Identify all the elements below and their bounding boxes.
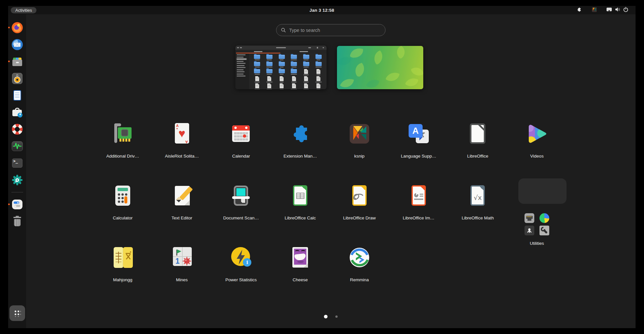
page-dot-1[interactable] [324,315,328,318]
file-manager-folder [275,54,288,62]
app-label: Language Supp… [401,154,436,159]
ubuntu-software-icon [11,106,23,118]
app-calendar[interactable]: Calendar [212,122,271,184]
clock[interactable]: Jan 3 12:58 [8,8,636,13]
file-manager-document [275,76,288,83]
file-manager-document [312,69,325,76]
app-utilities-folder[interactable]: Utilities [507,184,567,246]
disks-wrench-icon [539,226,549,235]
dock-libreoffice-writer[interactable] [11,89,23,102]
files-sidebar-row [237,57,244,58]
dock-settings[interactable] [11,198,23,211]
dock-software-updates[interactable] [11,174,23,186]
page-indicator [26,315,636,318]
files-sidebar-row [237,76,245,77]
dock-rhythmbox[interactable] [11,72,23,85]
calculator-icon [111,184,134,207]
libreoffice-calc-icon [288,184,312,207]
app-ksnip[interactable]: ksnip [330,122,389,184]
help-icon [11,123,23,135]
files-window-headerbar [235,46,327,50]
dock-ubuntu-software[interactable] [11,106,23,118]
file-manager-folder [300,62,313,69]
dock-divider [11,192,23,192]
app-label: Text Editor [172,216,192,220]
search-bar[interactable] [276,24,385,36]
disk-usage-pie-icon [539,213,549,223]
running-indicator [8,27,10,28]
app-language-support[interactable]: A Language Supp… [389,122,448,184]
file-manager-document [300,76,313,83]
page-dot-2[interactable] [335,315,338,318]
files-tab-inactive [281,50,327,53]
app-power-statistics[interactable]: i Power Statistics [212,246,271,308]
app-label: Utilities [530,241,544,246]
app-libreoffice-calc[interactable]: LibreOffice Calc [271,184,330,246]
app-remmina[interactable]: Remmina [330,246,389,308]
app-grid: Additional Driv… A ♥ ♥ A AisleRiot Solit… [93,122,567,308]
libreoffice-icon [466,122,489,146]
files-sidebar-row [237,54,245,55]
dock-files[interactable] [11,55,23,68]
files-window-preview[interactable] [235,46,327,89]
app-label: Power Statistics [225,277,257,282]
app-libreoffice-math[interactable]: √x LibreOffice Math [448,184,508,246]
file-manager-folder [251,54,263,62]
dock-system-monitor[interactable] [11,140,23,152]
app-videos[interactable]: Videos [507,122,567,184]
files-sidebar-row [237,59,246,60]
app-libreoffice-draw[interactable]: LibreOffice Draw [330,184,389,246]
app-label: Mines [176,277,188,282]
app-label: Additional Driv… [106,154,139,159]
files-window-tabs [235,50,327,53]
app-calculator[interactable]: Calculator [93,184,152,246]
app-libreoffice-impress[interactable]: LibreOffice Im… [389,184,448,246]
app-mines[interactable]: 1 Mines [152,246,212,308]
files-sidebar-row [237,67,245,68]
app-label: Cheese [293,277,308,282]
ksnip-tray-icon[interactable] [592,7,597,13]
dock-firefox[interactable] [11,21,23,34]
file-manager-document [275,83,288,89]
files-tab-active [235,50,281,53]
ksnip-icon [348,122,371,146]
app-cheese[interactable]: Cheese [271,246,330,308]
search-input[interactable] [289,28,381,33]
file-manager-folder [251,69,263,76]
app-label: Document Scan… [223,216,259,220]
app-label: LibreOffice Calc [285,216,316,220]
file-manager-folder [263,54,276,62]
app-libreoffice[interactable]: LibreOffice [448,122,508,184]
volume-icon[interactable] [615,7,620,13]
utilities-folder-icon [520,209,554,233]
file-manager-folder [275,69,288,76]
dock-thunderbird[interactable] [11,38,23,51]
app-mahjongg[interactable]: Mahjongg [93,246,152,308]
app-document-scanner[interactable]: Document Scan… [212,184,271,246]
show-applications-button[interactable] [9,305,25,321]
files-icon [11,55,23,68]
libreoffice-writer-icon [11,89,23,102]
power-icon[interactable] [623,7,628,13]
dock-terminal[interactable]: >_ [11,157,23,169]
app-label: Extension Man… [284,154,317,159]
dock-help[interactable] [11,123,23,135]
screen-share-icon[interactable] [606,7,612,13]
top-bar: Activities Jan 3 12:58 [8,6,636,14]
extension-manager-icon [288,122,312,146]
extensions-puzzle-icon[interactable] [576,7,582,14]
libreoffice-draw-icon [348,184,371,207]
app-additional-drivers[interactable]: Additional Driv… [93,122,152,184]
image-window-preview[interactable] [337,46,423,89]
dock-items: >_ [8,21,26,228]
files-sidebar-row [237,65,245,66]
dock-trash[interactable] [11,215,23,228]
file-manager-document [251,76,263,83]
activities-button[interactable]: Activities [11,7,36,13]
file-manager-folder [288,54,300,62]
app-text-editor[interactable]: Text Editor [152,184,212,246]
app-label: LibreOffice Im… [403,216,434,220]
app-extension-manager[interactable]: Extension Man… [271,122,330,184]
app-label: Mahjongg [113,277,132,282]
app-aisleriot[interactable]: A ♥ ♥ A AisleRiot Solita… [152,122,212,184]
